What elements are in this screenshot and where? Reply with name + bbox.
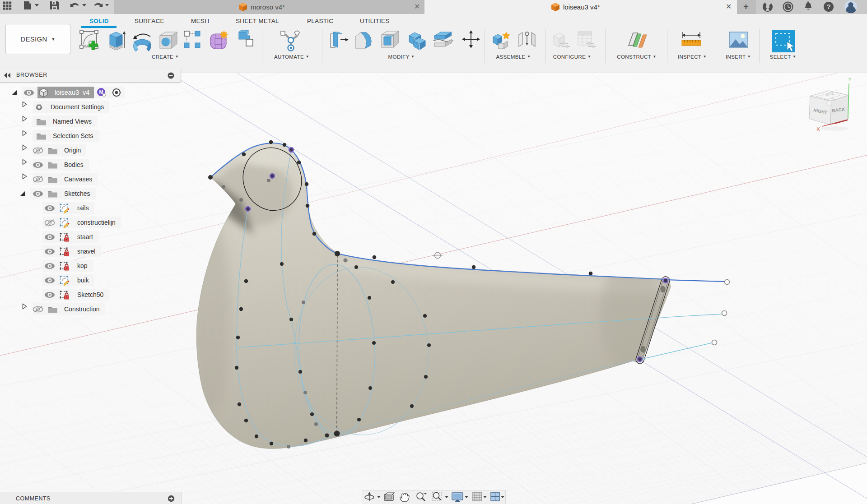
svg-text:M: M [99, 89, 103, 95]
svg-text:Y: Y [848, 77, 851, 82]
svg-text:?: ? [826, 3, 830, 10]
svg-text:X: X [816, 126, 820, 132]
